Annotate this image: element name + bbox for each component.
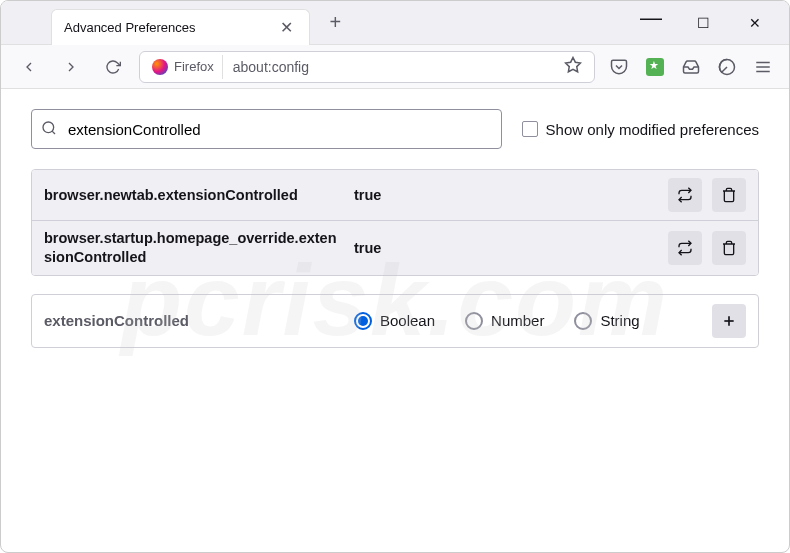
close-window-button[interactable]: ✕	[741, 15, 769, 31]
radio-label: String	[600, 312, 639, 329]
add-button[interactable]	[712, 304, 746, 338]
toggle-button[interactable]	[668, 178, 702, 212]
firefox-logo-icon	[152, 59, 168, 75]
pref-row: browser.newtab.extensionControlled true	[32, 170, 758, 221]
forward-button[interactable]	[55, 51, 87, 83]
toolbar-actions	[605, 53, 777, 81]
back-button[interactable]	[13, 51, 45, 83]
trash-icon	[721, 240, 737, 256]
new-pref-name: extensionControlled	[44, 312, 344, 329]
svg-point-5	[43, 122, 54, 133]
new-pref-row: extensionControlled Boolean Number Strin…	[31, 294, 759, 348]
extension-icon[interactable]	[641, 53, 669, 81]
pref-value: true	[344, 240, 668, 256]
radio-icon	[354, 312, 372, 330]
titlebar: Advanced Preferences ✕ + — ☐ ✕	[1, 1, 789, 45]
radio-icon	[465, 312, 483, 330]
pref-actions	[668, 178, 746, 212]
trash-icon	[721, 187, 737, 203]
close-tab-icon[interactable]: ✕	[276, 16, 297, 39]
about-config-content: Show only modified preferences browser.n…	[1, 89, 789, 368]
radio-icon	[574, 312, 592, 330]
navigation-toolbar: Firefox about:config	[1, 45, 789, 89]
new-pref-actions	[712, 304, 746, 338]
inbox-icon[interactable]	[677, 53, 705, 81]
bookmark-star-icon[interactable]	[556, 56, 590, 78]
search-box	[31, 109, 502, 149]
swap-icon	[677, 240, 693, 256]
minimize-button[interactable]: —	[637, 5, 665, 31]
pref-actions	[668, 231, 746, 265]
radio-string[interactable]: String	[574, 312, 639, 330]
search-row: Show only modified preferences	[31, 109, 759, 149]
url-bar[interactable]: Firefox about:config	[139, 51, 595, 83]
svg-marker-0	[566, 57, 581, 71]
url-text: about:config	[223, 59, 556, 75]
type-options: Boolean Number String	[344, 312, 712, 330]
pref-name: browser.newtab.extensionControlled	[44, 186, 344, 205]
delete-button[interactable]	[712, 178, 746, 212]
browser-tab[interactable]: Advanced Preferences ✕	[51, 9, 310, 45]
pref-name: browser.startup.homepage_override.extens…	[44, 229, 344, 267]
radio-number[interactable]: Number	[465, 312, 544, 330]
checkbox-icon	[522, 121, 538, 137]
search-input[interactable]	[31, 109, 502, 149]
site-identity[interactable]: Firefox	[144, 55, 223, 79]
checkbox-label: Show only modified preferences	[546, 121, 759, 138]
app-menu-button[interactable]	[749, 53, 777, 81]
swap-icon	[677, 187, 693, 203]
toggle-button[interactable]	[668, 231, 702, 265]
new-tab-button[interactable]: +	[322, 7, 350, 38]
preferences-table: browser.newtab.extensionControlled true …	[31, 169, 759, 276]
identity-label: Firefox	[174, 59, 214, 74]
radio-boolean[interactable]: Boolean	[354, 312, 435, 330]
pref-value: true	[344, 187, 668, 203]
pocket-icon[interactable]	[605, 53, 633, 81]
svg-line-6	[52, 131, 55, 134]
maximize-button[interactable]: ☐	[689, 15, 717, 31]
reload-button[interactable]	[97, 51, 129, 83]
show-modified-checkbox[interactable]: Show only modified preferences	[522, 121, 759, 138]
pref-row: browser.startup.homepage_override.extens…	[32, 221, 758, 275]
dashboard-icon[interactable]	[713, 53, 741, 81]
radio-label: Number	[491, 312, 544, 329]
tab-title: Advanced Preferences	[64, 20, 196, 35]
search-icon	[41, 120, 57, 140]
plus-icon	[721, 313, 737, 329]
delete-button[interactable]	[712, 231, 746, 265]
radio-label: Boolean	[380, 312, 435, 329]
window-controls: — ☐ ✕	[637, 15, 789, 31]
